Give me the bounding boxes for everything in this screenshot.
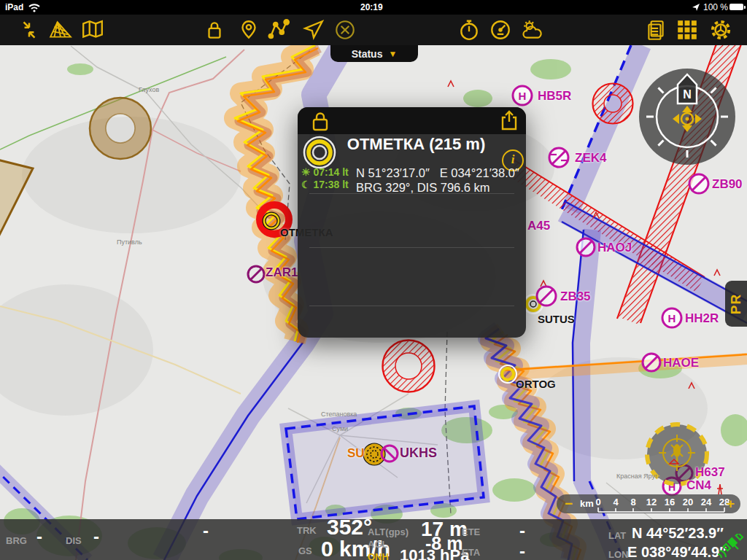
heliport-hh2r-icon[interactable]: H [662,308,681,327]
status-tab[interactable]: Status ▼ [330,45,418,62]
popup-header [298,107,526,134]
gps-satellite-icon[interactable] [717,534,745,560]
device-name: iPad [5,2,23,12]
pr-side-tab[interactable]: PR [725,281,747,327]
stopwatch-icon[interactable] [457,18,481,42]
airspace-label-zar1[interactable]: ZAR1 [266,265,298,280]
weather-icon[interactable] [521,18,544,42]
brg-label: BRG [6,535,27,546]
pr-tab-label: PR [728,293,744,314]
airport-label-su[interactable]: SU [347,446,365,461]
town-label: Путивль [117,238,142,246]
town-label: Глухов [139,86,159,93]
eta-label: ETA [462,547,480,558]
airspace-label-h637[interactable]: H637 [695,465,725,480]
share-icon[interactable] [499,109,519,131]
documents-icon[interactable] [644,18,667,42]
popup-lon: E 034°21′38.0″ [440,166,519,179]
qnh-label: QNH [368,551,389,560]
agl-label: AGL [368,539,387,550]
ete-value: - [519,521,525,541]
lon-value: E 038°49′44.9″ [627,544,727,560]
trk-value: 352° [327,515,372,540]
sunset-icon: ☾ [301,179,311,190]
dis-label: DIS [66,535,82,546]
airspace-label-zek4[interactable]: ZEK4 [575,151,606,166]
sunrise-time: 07:14 lt [313,166,348,178]
map-icon[interactable] [81,18,104,42]
clock: 20:19 [360,2,383,12]
trk-label: TRK [297,525,317,536]
collapse-icon[interactable] [18,18,41,42]
chevron-down-icon: ▼ [388,49,397,59]
waypoint-info-popup: ОТМЕТКА (215 m) i ☀ 07:14 lt ☾ 17:38 lt … [298,107,526,338]
terrain-3d-icon[interactable] [49,18,72,42]
popup-title: ОТМЕТКА (215 m) [336,135,497,154]
zone-zb90-icon[interactable] [689,174,708,193]
lat-label: LAT [608,530,626,541]
compass-rose[interactable]: N [636,67,738,169]
zoom-in-button[interactable]: + [727,494,735,513]
airspace-label-hh2r[interactable]: HH2R [685,311,719,326]
cancel-icon[interactable] [333,18,357,42]
airspace-label-haoe[interactable]: HAOE [663,356,699,370]
flight-data-bar: BRG - DIS - - TRK 352° GS 0 km/h ALT(gps… [0,519,747,560]
zone-zb35-icon[interactable] [537,287,556,306]
airspace-label-cn4[interactable]: CN4 [686,478,711,493]
airspace-label-zb35[interactable]: ZB35 [560,289,591,304]
svg-text:H: H [668,312,676,324]
ios-status-bar: iPad 20:19 100 % [0,0,747,15]
main-toolbar [0,15,747,45]
heliport-hb5r-icon[interactable]: H [513,86,532,105]
ete-label: ETE [462,526,480,537]
town-label: Суми [332,425,348,432]
scale-ruler [557,494,740,513]
sunrise-icon: ☀ [301,166,311,178]
gs-label: GS [298,545,312,556]
waypoint-label-ortog[interactable]: ORTOG [516,378,556,390]
airport-label-ukhs[interactable]: UKHS [400,446,437,461]
popup-lat: N 51°23′17.0″ [356,166,430,179]
zone-haoj-icon[interactable] [577,238,595,256]
location-arrow-icon [692,3,700,12]
active-waypoint-value: - [203,521,209,541]
settings-gear-icon[interactable] [709,18,732,42]
alt-label: ALT(gps) [368,526,409,537]
speed-gauge-icon[interactable] [489,18,512,42]
zone-zek4-icon[interactable] [549,148,568,167]
lock-icon[interactable] [311,111,330,131]
airspace-label-a45[interactable]: A45 [527,219,550,233]
waypoint-label-sutus[interactable]: SUTUS [538,313,575,325]
dis-value: - [93,526,99,547]
town-label: Степановка [321,411,357,418]
lon-label: LON [608,549,628,560]
airspace-label-hb5r[interactable]: HB5R [538,89,571,104]
lock-icon[interactable] [203,18,226,42]
scale-bar: − km 0 4 8 12 16 20 24 28 + [557,494,740,513]
divider [309,247,514,248]
zone-haoe-icon[interactable] [643,354,660,371]
eta-value: - [519,541,525,560]
brg-value: - [36,526,42,547]
battery-percent: 100 % [703,2,728,12]
status-tab-label: Status [352,48,383,60]
divider [309,306,514,306]
battery-icon [729,4,743,10]
modules-grid-icon[interactable] [676,18,699,42]
svg-text:H: H [519,90,527,102]
divider [309,193,514,194]
airspace-label-zb90[interactable]: ZB90 [712,177,743,192]
wifi-icon [28,3,41,12]
town-label: Красная Яруга [616,472,661,480]
battery-tip [744,6,746,9]
sunset-time: 17:38 lt [313,179,348,190]
svg-text:N: N [683,88,692,101]
waypoint-pin-icon[interactable] [237,18,260,42]
lat-value: N 44°52′23.9″ [632,525,724,542]
qnh-value: 1013 hPa [400,546,469,560]
airspace-label-haoj[interactable]: HAOJ [597,241,632,255]
direct-to-icon[interactable] [302,18,325,42]
route-icon[interactable] [267,18,290,42]
